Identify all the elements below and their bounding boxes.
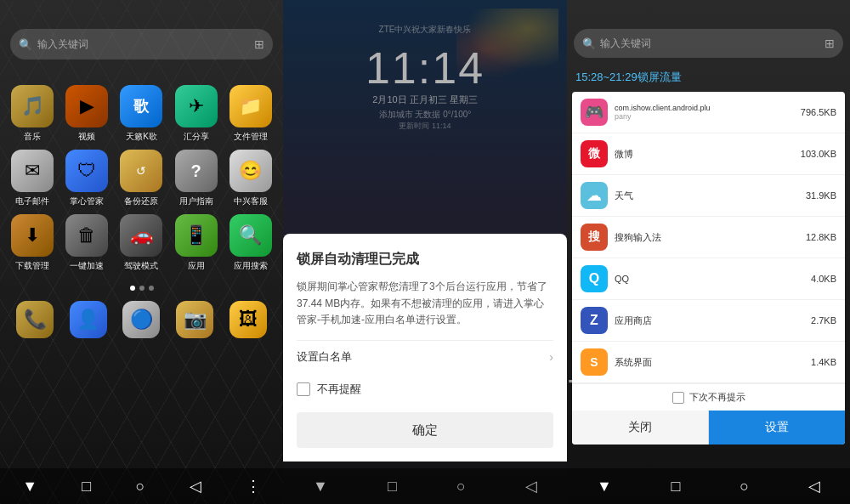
data-usage-card: 🎮 com.ishow.client.android.plu pany 796.… [572,92,845,445]
app-label-appsearch: 应用搜索 [234,260,268,272]
app-icon-appsearch: 🔍 [230,214,272,257]
app-icon-email: ✉ [11,150,54,192]
data-row-weibo: 微 微博 103.0KB [572,133,845,175]
app-guardian[interactable]: 🛡 掌心管家 [63,150,110,207]
nav-down-1[interactable]: ▼ [22,478,37,496]
app-tianyin[interactable]: 歌 天籁K歌 [117,85,165,143]
app-info-qq: QQ [615,274,787,284]
app-label-email: 电子邮件 [15,195,49,207]
dot-1 [130,286,135,291]
dialog-title: 锁屏自动清理已完成 [297,251,553,269]
data-row-qq: Q QQ 4.0KB [572,258,845,300]
app-icon-service: 😊 [230,150,272,192]
dock-gallery[interactable]: 🖼 [221,301,275,338]
nav-circle-1[interactable]: ○ [135,478,144,496]
app-info-sogou: 搜狗输入法 [615,231,787,244]
nav-back-3[interactable]: ◁ [808,477,820,496]
app-label-guardian: 掌心管家 [70,195,104,207]
close-button[interactable]: 关闭 [572,411,709,445]
dialog-content: 锁屏期间掌心管家帮您清理了3个后台运行应用，节省了37.44 MB内存。如果有不… [297,279,553,328]
nav-square-1[interactable]: □ [82,478,91,496]
data-row-ishow: 🎮 com.ishow.client.android.plu pany 796.… [572,92,845,133]
search-bar-3[interactable]: 🔍 输入关键词 ⊞ [574,29,843,58]
search-icon-1: 🔍 [19,38,32,51]
app-icon-drive: 🚗 [120,214,162,257]
app-icon-music: 🎵 [11,85,54,127]
no-remind-checkbox[interactable] [297,382,310,396]
app-label-apps: 应用 [188,260,205,272]
app-label-guide: 用户指南 [179,195,213,207]
app-name-store: 应用商店 [615,314,787,327]
no-remind-label: 不再提醒 [317,382,361,397]
app-speedup[interactable]: 🗑 一键加速 [63,214,110,272]
app-name-ishow: com.ishow.client.android.plu [615,104,787,112]
app-label-backup: 备份还原 [124,195,158,207]
data-row-weather: ☁ 天气 31.9KB [572,175,845,217]
app-label-tianyin: 天籁K歌 [126,131,157,143]
app-label-speedup: 一键加速 [70,260,104,272]
app-size-weibo: 103.0KB [794,149,836,159]
clean-complete-dialog: 锁屏自动清理已完成 锁屏期间掌心管家帮您清理了3个后台运行应用，节省了37.44… [283,234,567,462]
app-name-weibo: 微博 [615,148,787,161]
app-video[interactable]: ▶ 视频 [63,85,110,143]
app-appsearch[interactable]: 🔍 应用搜索 [227,214,275,272]
dock-icon-phone: 📞 [16,301,54,338]
app-size-sogou: 12.8KB [794,232,836,242]
app-icon-video: ▶ [65,85,108,127]
qr-icon-1[interactable]: ⊞ [254,37,264,51]
app-icon-weather: ☁ [581,182,608,209]
app-size-ishow: 796.5KB [794,107,836,117]
nav-dots-1[interactable]: ⋮ [246,477,261,496]
whitelist-link[interactable]: 设置白名单 › [297,340,553,373]
app-label-files: 文件管理 [234,131,268,143]
app-icon-apps: 📱 [175,214,218,257]
app-label-drive: 驾驶模式 [124,260,158,272]
data-row-sogou: 搜 搜狗输入法 12.8KB [572,217,845,258]
app-guide[interactable]: ? 用户指南 [173,150,220,207]
app-icon-speedup: 🗑 [65,214,108,257]
app-grid-1: 🎵 音乐 ▶ 视频 歌 天籁K歌 ✈ 汇分享 📁 文件管理 ✉ 电子邮件 🛡 掌… [0,68,283,280]
nav-down-3[interactable]: ▼ [597,478,612,496]
app-name-qq: QQ [615,274,787,284]
app-share[interactable]: ✈ 汇分享 [173,85,220,143]
dock-camera[interactable]: 📷 [168,301,222,338]
confirm-button[interactable]: 确定 [297,412,553,448]
chevron-right-icon: › [549,350,553,364]
app-music[interactable]: 🎵 音乐 [8,85,56,143]
no-remind-row[interactable]: 不再提醒 [297,373,553,405]
app-drive[interactable]: 🚗 驾驶模式 [117,214,165,272]
set-button[interactable]: 设置 [709,411,845,445]
data-usage-title: 15:28~21:29锁屏流量 [567,66,850,92]
nav-circle-3[interactable]: ○ [740,478,749,496]
data-row-store: Z 应用商店 2.7KB [572,300,845,342]
data-no-remind-row[interactable]: 下次不再提示 [572,383,845,411]
app-icon-guardian: 🛡 [65,150,108,192]
dock-unknown[interactable]: 🔵 [115,301,168,338]
nav-back-1[interactable]: ◁ [190,477,201,496]
dock-contacts[interactable]: 👤 [62,301,116,338]
nav-square-3[interactable]: □ [672,478,681,496]
app-apps[interactable]: 📱 应用 [173,214,220,272]
search-bar-1[interactable]: 🔍 输入关键词 ⊞ [10,29,273,59]
app-download[interactable]: ⬇ 下载管理 [8,214,56,272]
app-icon-sysui: S [581,348,608,376]
app-label-download: 下载管理 [15,260,49,272]
app-files[interactable]: 📁 文件管理 [227,85,275,143]
dock-phone[interactable]: 📞 [8,301,62,338]
app-service[interactable]: 😊 中兴客服 [227,150,275,207]
qr-icon-3[interactable]: ⊞ [824,37,835,50]
data-no-remind-checkbox[interactable] [672,392,684,404]
app-size-store: 2.7KB [794,315,836,326]
app-size-qq: 4.0KB [794,274,836,284]
app-info-weather: 天气 [615,190,787,202]
app-info-weibo: 微博 [615,148,787,161]
dot-2 [139,286,144,291]
search-placeholder-1: 输入关键词 [37,37,249,52]
app-label-video: 视频 [78,131,95,143]
app-name-sogou: 搜狗输入法 [615,231,787,244]
home-screen-panel: 0K/s 📶 4G 10% 10:47 🔍 输入关键词 ⊞ 🎵 音乐 ▶ 视频 … [0,0,283,504]
dock-icon-gallery: 🖼 [230,301,267,338]
data-button-row: 关闭 设置 [572,411,845,445]
app-email[interactable]: ✉ 电子邮件 [8,150,56,207]
app-backup[interactable]: ↺ 备份还原 [117,150,165,207]
